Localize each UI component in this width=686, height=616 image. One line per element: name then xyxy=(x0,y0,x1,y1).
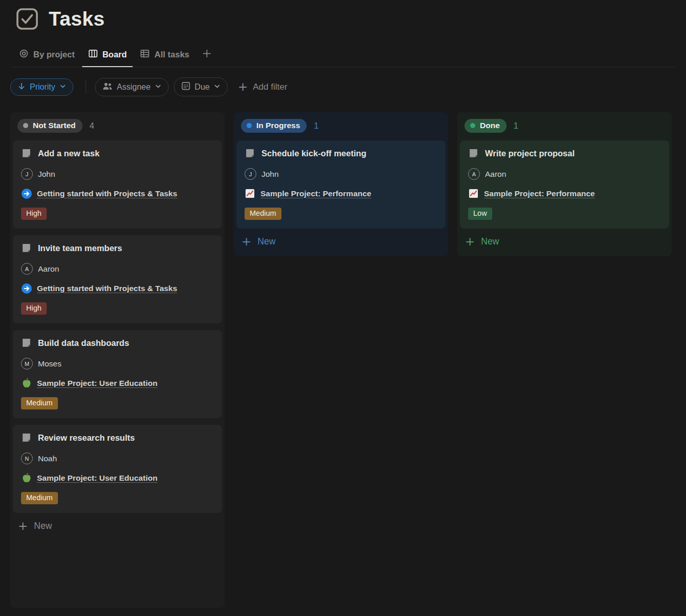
status-badge[interactable]: In Progress xyxy=(241,119,307,133)
filter-bar: Priority Assignee xyxy=(10,77,676,96)
calendar-icon xyxy=(181,81,191,93)
page-icon xyxy=(21,243,32,254)
project-link[interactable]: Sample Project: Performance xyxy=(484,189,595,198)
tag-row: High xyxy=(21,208,214,220)
add-view-button[interactable] xyxy=(196,44,218,67)
column-count: 1 xyxy=(514,121,518,131)
task-card[interactable]: Schedule kick-off meeting J John Sample … xyxy=(236,140,446,229)
priority-tag: Medium xyxy=(21,397,58,409)
priority-tag: High xyxy=(21,208,47,220)
view-tabs: By project Board All tasks xyxy=(10,44,676,67)
task-project: Sample Project: Performance xyxy=(245,188,437,199)
status-dot-icon xyxy=(23,123,28,128)
status-label: Not Started xyxy=(33,121,76,130)
add-filter-button[interactable]: + Add filter xyxy=(233,78,292,95)
avatar: N xyxy=(21,453,33,464)
card-list: Schedule kick-off meeting J John Sample … xyxy=(236,140,446,229)
chevron-down-icon xyxy=(214,83,220,92)
task-card[interactable]: Add a new task J John Getting started wi… xyxy=(13,140,222,229)
priority-tag: Medium xyxy=(21,492,58,504)
assignee-name: Noah xyxy=(38,454,57,463)
filter-label: Due xyxy=(195,83,210,92)
sort-priority-button[interactable]: Priority xyxy=(10,78,73,96)
status-badge[interactable]: Done xyxy=(465,119,507,133)
priority-tag: High xyxy=(21,302,47,315)
project-link[interactable]: Sample Project: User Education xyxy=(37,379,157,388)
assignee-name: Moses xyxy=(38,359,62,368)
chevron-down-icon xyxy=(59,83,66,92)
tag-row: Medium xyxy=(21,397,214,409)
column-header: Not Started 4 xyxy=(13,119,222,140)
filter-due-button[interactable]: Due xyxy=(174,77,228,96)
priority-tag: Low xyxy=(468,208,492,220)
avatar: M xyxy=(21,358,33,369)
task-assignee: J John xyxy=(21,168,214,180)
task-assignee: J John xyxy=(245,168,437,180)
task-assignee: A Aaron xyxy=(21,263,214,275)
project-link[interactable]: Sample Project: User Education xyxy=(37,474,157,483)
column-header: Done 1 xyxy=(460,119,669,140)
new-task-button[interactable]: + New xyxy=(236,230,280,254)
task-card[interactable]: Invite team members A Aaron Getting star… xyxy=(13,235,222,323)
task-title: Schedule kick-off meeting xyxy=(261,149,366,158)
chevron-down-icon xyxy=(155,83,162,92)
task-title: Build data dashboards xyxy=(38,338,129,348)
people-icon xyxy=(102,81,113,93)
assignee-name: John xyxy=(261,170,279,179)
arrow-circle-icon xyxy=(21,188,32,199)
task-card[interactable]: Write project proposal A Aaron Sample Pr… xyxy=(460,140,669,229)
tab-label: Board xyxy=(103,50,127,59)
sort-label: Priority xyxy=(30,83,55,92)
task-assignee: A Aaron xyxy=(468,168,661,180)
status-label: Done xyxy=(480,121,500,130)
task-title-row: Invite team members xyxy=(21,243,214,254)
project-link[interactable]: Sample Project: Performance xyxy=(260,189,371,198)
assignee-name: John xyxy=(38,170,55,179)
task-title-row: Add a new task xyxy=(21,148,214,159)
tag-row: Medium xyxy=(245,208,437,220)
status-label: In Progress xyxy=(256,121,300,130)
arrow-circle-icon xyxy=(21,283,32,294)
tab-board[interactable]: Board xyxy=(82,44,134,67)
kanban-board: Not Started 4 Add a new task J John Gett… xyxy=(10,112,676,608)
new-task-label: New xyxy=(34,521,52,531)
table-icon xyxy=(140,49,150,60)
new-task-button[interactable]: + New xyxy=(13,514,57,538)
task-project: Sample Project: User Education xyxy=(21,473,214,483)
tab-by-project[interactable]: By project xyxy=(12,44,82,67)
page-icon xyxy=(245,148,255,159)
task-project: Getting started with Projects & Tasks xyxy=(21,283,214,294)
filter-assignee-button[interactable]: Assignee xyxy=(95,78,169,96)
task-card[interactable]: Review research results N Noah Sample Pr… xyxy=(13,425,222,513)
plus-icon xyxy=(202,49,212,60)
page-title: Tasks xyxy=(49,8,105,30)
task-assignee: N Noah xyxy=(21,453,214,464)
tab-label: By project xyxy=(33,50,75,59)
task-title: Write project proposal xyxy=(485,149,575,158)
project-link[interactable]: Getting started with Projects & Tasks xyxy=(37,284,177,293)
column-count: 4 xyxy=(90,121,94,131)
page-icon xyxy=(21,148,32,159)
task-card[interactable]: Build data dashboards M Moses Sample Pro… xyxy=(13,330,222,418)
new-task-label: New xyxy=(257,236,275,247)
task-title-row: Review research results xyxy=(21,433,214,443)
priority-tag: Medium xyxy=(245,208,281,220)
task-project: Getting started with Projects & Tasks xyxy=(21,188,214,199)
board-columns-icon xyxy=(88,49,98,60)
task-title-row: Write project proposal xyxy=(468,148,661,159)
new-task-button[interactable]: + New xyxy=(460,230,504,254)
status-dot-icon xyxy=(470,123,475,128)
status-badge[interactable]: Not Started xyxy=(17,119,83,133)
page-icon xyxy=(21,338,32,348)
task-title-row: Build data dashboards xyxy=(21,338,214,348)
task-title: Review research results xyxy=(38,433,135,443)
page-icon xyxy=(468,148,479,159)
checkbox-icon xyxy=(15,7,39,31)
tag-row: Low xyxy=(468,208,661,220)
task-project: Sample Project: Performance xyxy=(468,188,661,199)
tag-row: Medium xyxy=(21,492,214,504)
tab-all-tasks[interactable]: All tasks xyxy=(133,44,196,67)
column-header: In Progress 1 xyxy=(236,119,446,140)
project-link[interactable]: Getting started with Projects & Tasks xyxy=(37,189,177,198)
page-icon xyxy=(21,433,32,443)
